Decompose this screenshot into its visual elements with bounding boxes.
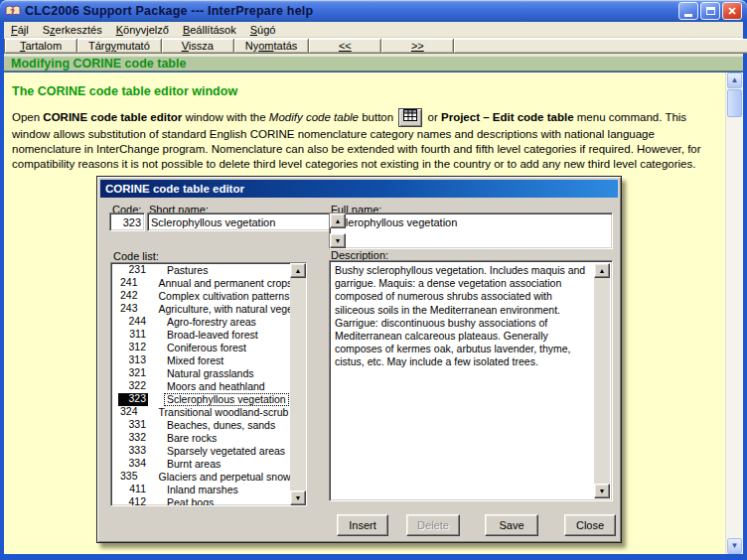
- scrollbar-thumb[interactable]: [727, 89, 742, 117]
- scroll-down-arrow[interactable]: ▼: [594, 484, 610, 498]
- list-item-name: Inland marshes: [164, 484, 241, 496]
- list-item-name: Agriculture, with natural vegetation: [156, 303, 290, 316]
- insert-button[interactable]: Insert: [337, 514, 388, 536]
- menu-item-szerkesztes[interactable]: Szerkesztés: [36, 24, 109, 36]
- minimize-icon: [684, 14, 692, 17]
- list-item-selected[interactable]: 323Sclerophyllous vegetation: [111, 393, 290, 406]
- scroll-down-arrow[interactable]: ▼: [290, 490, 306, 505]
- title-bar: ? CLC2006 Support Package --- InterPrepa…: [0, 0, 747, 22]
- list-item-name: Peat bogs: [164, 496, 217, 505]
- menu-item-sugo[interactable]: Súgó: [243, 24, 283, 36]
- list-item-name: Sparsely vegetated areas: [164, 445, 288, 458]
- close-icon: ✕: [727, 6, 736, 17]
- list-item-name: Burnt areas: [164, 458, 224, 471]
- code-list-scrollbar[interactable]: ▲ ▼: [290, 263, 306, 505]
- article: The CORINE code table editor window Open…: [12, 72, 717, 172]
- modify-code-table-button-icon: [398, 108, 422, 127]
- toolbar-button-targymutato[interactable]: Tárgymutató: [77, 39, 162, 53]
- list-item-name: Mixed forest: [164, 354, 226, 367]
- toolbar-button-row: Tartalom Tárgymutató Vissza Nyomtatás <<…: [4, 39, 747, 54]
- help-book-icon: ?: [5, 3, 21, 19]
- list-item-name: Coniferous forest: [164, 342, 249, 354]
- list-item[interactable]: 242Complex cultivation patterns: [111, 290, 290, 303]
- close-button[interactable]: ✕: [722, 2, 742, 20]
- list-item-name: Glaciers and perpetual snow: [156, 471, 290, 484]
- close-dialog-button[interactable]: Close: [564, 514, 616, 536]
- list-item-name: Moors and heathland: [164, 380, 268, 393]
- list-item-name: Sclerophyllous vegetation: [164, 393, 289, 406]
- maximize-button[interactable]: [700, 2, 720, 20]
- short-name-input[interactable]: [147, 212, 358, 231]
- toolbar-button-vissza[interactable]: Vissza: [162, 39, 234, 53]
- list-item-name: Bare rocks: [164, 432, 220, 445]
- dialog-title-bar: CORINE code table editor: [100, 180, 618, 198]
- description-value: Bushy sclerophyllous vegetation. Include…: [335, 264, 592, 369]
- menu-item-beallitasok[interactable]: Beállítások: [176, 24, 243, 36]
- content-scrollbar[interactable]: ▲ ▼: [725, 72, 743, 554]
- scroll-down-arrow[interactable]: ▼: [330, 233, 346, 248]
- list-item-code: 412: [118, 496, 148, 505]
- list-item-name: Beaches, dunes, sands: [164, 419, 278, 432]
- toolbar-button-next-page[interactable]: >>: [381, 39, 454, 53]
- toolbar-button-nyomtatas[interactable]: Nyomtatás: [234, 39, 310, 53]
- toolbar-button-back-page[interactable]: <<: [309, 39, 381, 53]
- window-title: CLC2006 Support Package --- InterPrepare…: [25, 4, 678, 18]
- list-item-name: Transitional woodland-scrub: [156, 406, 290, 419]
- code-list-items: 231Pastures241Annual and permanent crops…: [111, 263, 290, 505]
- window-controls: ✕: [678, 2, 742, 20]
- menu-item-fajl[interactable]: Fájl: [4, 24, 36, 36]
- article-heading: The CORINE code table editor window: [12, 84, 717, 98]
- help-content: The CORINE code table editor window Open…: [4, 72, 743, 554]
- minimize-button[interactable]: [678, 2, 698, 20]
- code-list-label: Code list:: [113, 250, 159, 262]
- description-scrollbar[interactable]: ▲ ▼: [594, 263, 610, 498]
- app-window: ? CLC2006 Support Package --- InterPrepa…: [0, 0, 747, 560]
- list-item-name: Natural grasslands: [164, 367, 257, 380]
- list-item-name: Complex cultivation patterns: [156, 290, 290, 303]
- topic-header: Modifying CORINE code table: [4, 56, 743, 71]
- list-item[interactable]: 231Pastures: [111, 264, 290, 277]
- corine-code-table-editor-dialog: CORINE code table editor Code: Short nam…: [96, 176, 622, 543]
- menu-item-konyvjelzo[interactable]: Könyvjelző: [109, 24, 176, 36]
- save-button[interactable]: Save: [485, 514, 538, 536]
- list-item-name: Broad-leaved forest: [164, 329, 261, 342]
- scroll-up-arrow[interactable]: ▲: [594, 263, 610, 278]
- full-name-textarea[interactable]: Sclerophyllous vegetation ▲ ▼: [329, 212, 613, 249]
- delete-button[interactable]: Delete: [406, 514, 460, 536]
- scroll-up-arrow[interactable]: ▲: [330, 213, 346, 228]
- list-item-name: Annual and permanent crops: [156, 277, 290, 290]
- svg-text:?: ?: [10, 7, 15, 16]
- list-item[interactable]: 334Burnt areas: [111, 458, 290, 471]
- code-input[interactable]: [109, 212, 145, 231]
- list-item[interactable]: 412Peat bogs: [111, 496, 290, 505]
- code-list: 231Pastures241Annual and permanent crops…: [110, 262, 307, 506]
- description-textarea[interactable]: Bushy sclerophyllous vegetation. Include…: [329, 260, 613, 501]
- toolbar: Tartalom Tárgymutató Vissza Nyomtatás <<…: [4, 38, 743, 57]
- list-item-name: Agro-forestry areas: [164, 316, 259, 329]
- maximize-icon: [706, 7, 715, 15]
- list-item[interactable]: 241Annual and permanent crops: [111, 277, 290, 290]
- list-item-name: Pastures: [164, 264, 211, 277]
- scroll-up-arrow[interactable]: ▲: [290, 263, 306, 278]
- toolbar-button-tartalom[interactable]: Tartalom: [5, 39, 77, 53]
- toolbar-filler: [454, 39, 747, 53]
- article-paragraph: Open CORINE code table editor window wit…: [12, 108, 717, 172]
- full-name-value: Sclerophyllous vegetation: [333, 215, 592, 229]
- scroll-up-button[interactable]: ▲: [727, 72, 742, 88]
- scroll-down-button[interactable]: ▼: [727, 538, 742, 554]
- menu-bar: Fájl Szerkesztés Könyvjelző Beállítások …: [4, 22, 743, 38]
